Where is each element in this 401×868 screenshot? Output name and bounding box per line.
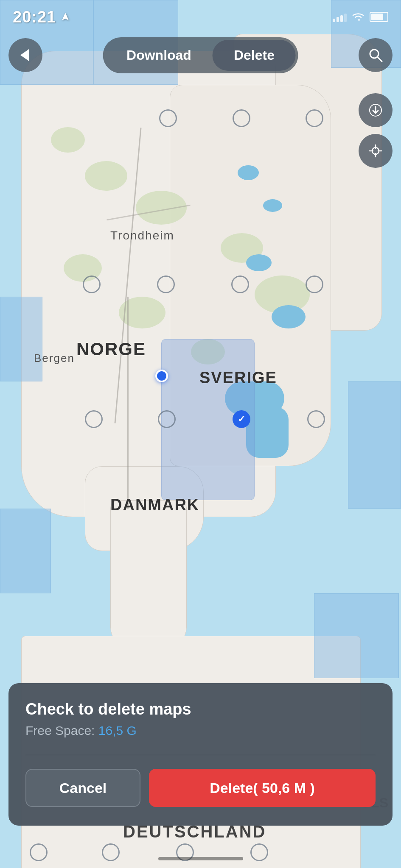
- free-space-prefix: Free Space:: [25, 723, 98, 737]
- tile-selector[interactable]: [30, 843, 48, 861]
- delete-button[interactable]: Delete( 50,6 M ): [149, 769, 376, 807]
- forest-patch: [85, 161, 127, 191]
- delete-dialog: Check to delete maps Free Space: 16,5 G …: [8, 683, 393, 826]
- tab-download[interactable]: Download: [105, 40, 213, 71]
- navigation-icon: [60, 12, 70, 22]
- signal-bar-3: [340, 15, 343, 22]
- tile-blue: [348, 381, 401, 509]
- free-space-value: 16,5 G: [98, 723, 137, 737]
- tile-selector[interactable]: [233, 109, 250, 127]
- status-right-icons: [333, 12, 388, 22]
- dialog-divider: [25, 755, 376, 755]
- search-button[interactable]: [359, 38, 393, 72]
- dialog-buttons: Cancel Delete( 50,6 M ): [25, 769, 376, 807]
- signal-bar-4: [344, 14, 347, 22]
- locate-button[interactable]: [359, 134, 393, 168]
- tile-selector[interactable]: [306, 109, 323, 127]
- dialog-subtitle: Free Space: 16,5 G: [25, 723, 376, 738]
- crosshair-icon: [368, 143, 383, 159]
- back-chevron-icon: [20, 49, 29, 61]
- tile-selector[interactable]: [307, 410, 325, 428]
- tile-selector[interactable]: [306, 275, 323, 293]
- tile-selector[interactable]: [157, 275, 175, 293]
- signal-bars: [333, 12, 347, 22]
- search-icon: [368, 47, 383, 63]
- tile-selector-checked[interactable]: [233, 410, 250, 428]
- dialog-title: Check to delete maps: [25, 700, 376, 718]
- right-buttons: [359, 93, 393, 168]
- download-button[interactable]: [359, 93, 393, 127]
- battery-icon: [370, 12, 388, 22]
- tile-selector[interactable]: [250, 843, 268, 861]
- tile-selector[interactable]: [159, 109, 177, 127]
- tab-group: Download Delete: [103, 37, 298, 73]
- battery-fill: [371, 14, 383, 20]
- current-location-dot: [155, 370, 168, 382]
- tile-selector[interactable]: [231, 275, 249, 293]
- forest-patch: [51, 127, 85, 153]
- tile-blue: [314, 593, 399, 678]
- tile-selector[interactable]: [85, 410, 103, 428]
- home-indicator: [158, 857, 243, 860]
- tile-selector[interactable]: [158, 410, 176, 428]
- download-icon: [368, 103, 383, 118]
- lake-small: [238, 165, 259, 180]
- lake: [272, 305, 306, 328]
- status-time: 20:21: [13, 8, 56, 26]
- tile-blue: [0, 297, 42, 381]
- lake: [246, 254, 272, 271]
- svg-line-1: [378, 57, 382, 61]
- top-nav: Download Delete: [0, 34, 401, 76]
- signal-bar-2: [337, 17, 339, 22]
- tile-blue: [0, 509, 51, 593]
- road: [127, 297, 129, 509]
- back-button[interactable]: [8, 38, 42, 72]
- tab-delete[interactable]: Delete: [213, 40, 296, 71]
- map-jutland: [110, 500, 187, 648]
- signal-bar-1: [333, 19, 335, 22]
- tile-selector[interactable]: [83, 275, 101, 293]
- status-bar: 20:21: [0, 0, 401, 34]
- lake-small-2: [263, 199, 282, 212]
- tile-selector[interactable]: [102, 843, 120, 861]
- wifi-icon: [352, 12, 365, 22]
- cancel-button[interactable]: Cancel: [25, 769, 140, 807]
